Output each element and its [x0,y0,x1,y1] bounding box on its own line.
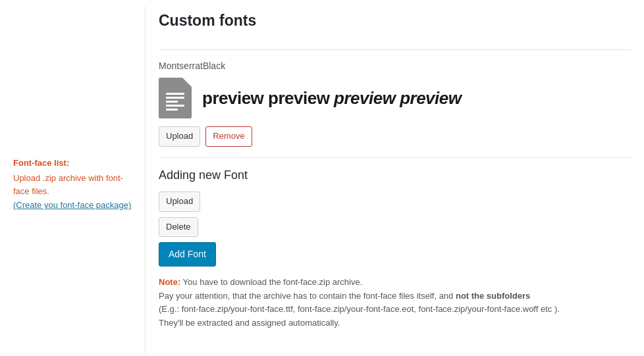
file-icon-lines [166,93,184,111]
page-title: Custom fonts [159,12,631,36]
font-preview-text: preview preview preview preview [202,88,462,109]
add-font-button[interactable]: Add Font [159,242,216,266]
remove-button[interactable]: Remove [205,126,252,147]
adding-font-section: Adding new Font Upload Delete Add Font N… [159,157,631,341]
file-icon [159,78,192,118]
font-entry-buttons: Upload Remove [159,126,631,147]
note-line2: Pay your attention, that the archive has… [159,291,530,301]
main-content: Custom fonts MontserratBlack pre [145,7,644,354]
note-line4: They'll be extracted and assigned automa… [159,318,340,328]
file-icon-line-3 [166,101,178,103]
note-label: Note: [159,277,180,287]
sidebar: Font-face list: Upload .zip archive with… [0,7,145,354]
sidebar-description: Upload .zip archive with font-face files… [13,172,132,197]
font-preview-row: preview preview preview preview [159,78,631,118]
file-icon-line-1 [166,93,184,95]
file-icon-line-2 [166,97,184,99]
file-icon-line-5 [166,109,178,111]
file-icon-line-4 [166,105,184,107]
upload-new-button[interactable]: Upload [159,191,200,212]
upload-button[interactable]: Upload [159,126,200,147]
font-face-list-label: Font-face list: [13,158,132,168]
font-name: MontserratBlack [159,61,631,71]
delete-button[interactable]: Delete [159,217,198,238]
note-section: Note: You have to download the font-face… [159,276,580,330]
adding-buttons: Upload Delete Add Font [159,191,631,267]
note-line1: You have to download the font-face.zip a… [180,277,362,287]
adding-section-title: Adding new Font [159,168,631,182]
create-font-face-link[interactable]: (Create you font-face package) [13,200,131,210]
font-entry-section: MontserratBlack preview preview preview … [159,49,631,157]
note-line3: (E.g.: font-face.zip/your-font-face.ttf,… [159,304,560,314]
